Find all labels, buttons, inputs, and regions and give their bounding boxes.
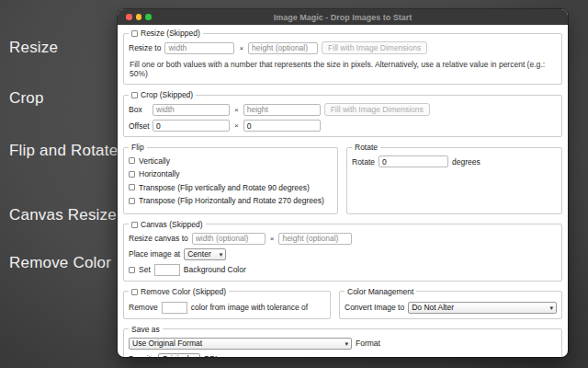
rotate-section: Rotate Rotate degrees [346,143,562,214]
window-content: Resize (Skipped) Resize to × Fill with I… [118,25,568,357]
flip-vertically-label: Vertically [139,156,170,166]
rotate-degrees-input[interactable] [379,155,448,167]
convert-image-to-label: Convert Image to [345,303,404,312]
side-label-remove-color: Remove Color [9,254,111,272]
density-label: Density [129,354,154,357]
remove-tolerance-label: color from image with tolerance of [191,303,309,312]
save-as-legend: Save as [129,325,163,334]
density-unit-label: DPI [204,354,217,357]
color-management-legend-label: Color Management [347,287,413,296]
density-select[interactable]: Original ▾ [158,353,200,358]
rotate-legend-label: Rotate [355,143,378,152]
set-background-checkbox[interactable] [129,267,135,273]
crop-enable-checkbox[interactable] [131,92,138,98]
times-separator: × [269,235,276,243]
save-as-legend-label: Save as [131,325,160,334]
times-separator: × [233,106,240,114]
side-label-flip-and-rotate: Flip and Rotate [9,142,118,160]
flip-section: Flip Vertically Horizontally Transpose (… [123,143,338,214]
crop-box-label: Box [129,105,149,114]
resize-legend-label: Resize (Skipped) [141,29,200,38]
flip-vertically-checkbox[interactable] [129,157,135,164]
save-as-section: Save as Use Original Format ▾ Format Den… [123,325,562,358]
remove-label: Remove [129,303,158,312]
transpose-90-checkbox[interactable] [129,184,135,190]
rotate-label: Rotate [352,157,375,167]
flip-legend-label: Flip [131,143,144,152]
chevron-down-icon: ▾ [194,356,198,358]
density-select-value: Original [162,354,188,357]
crop-offset-x-input[interactable] [153,120,230,132]
crop-legend-label: Crop (Skipped) [141,90,193,99]
side-label-canvas-resize: Canvas Resize [9,206,117,224]
canvas-legend-label: Canvas (Skipped) [141,220,203,229]
resize-enable-checkbox[interactable] [131,30,138,37]
remove-color-enable-checkbox[interactable] [131,289,138,295]
format-label: Format [356,339,380,348]
place-image-select[interactable]: Center ▾ [184,248,226,260]
remove-color-legend-label: Remove Color (Skipped) [141,287,226,296]
set-background-label: Set [139,265,151,274]
app-window: Image Magic - Drop Images to Start Resiz… [118,9,568,357]
close-window-button[interactable] [126,14,132,20]
crop-width-input[interactable] [153,104,230,116]
resize-to-label: Resize to [129,43,161,52]
canvas-height-input[interactable] [278,233,352,245]
place-image-at-label: Place image at [129,249,180,259]
transpose-270-checkbox[interactable] [129,198,135,204]
rotate-legend: Rotate [352,143,380,152]
format-select[interactable]: Use Original Format ▾ [129,338,352,350]
convert-image-to-select-value: Do Not Alter [412,303,454,312]
remove-color-section: Remove Color (Skipped) Remove color from… [123,287,331,319]
rotate-unit-label: degrees [452,157,481,167]
canvas-resize-to-label: Resize canvas to [129,234,188,243]
resize-height-input[interactable] [248,42,318,54]
transpose-270-label: Transpose (Flip Horizontally and Rotate … [139,196,324,205]
resize-width-input[interactable] [164,42,234,54]
title-bar: Image Magic - Drop Images to Start [118,9,568,25]
flip-horizontally-checkbox[interactable] [129,171,135,178]
resize-fill-dimensions-button[interactable]: Fill with Image Dimensions [322,41,427,54]
crop-section: Crop (Skipped) Box × Fill with Image Dim… [123,90,562,137]
resize-section: Resize (Skipped) Resize to × Fill with I… [123,29,562,85]
chevron-down-icon: ▾ [549,305,553,311]
background-color-swatch[interactable] [154,264,180,276]
side-label-resize: Resize [9,39,58,57]
side-label-crop: Crop [9,89,44,108]
crop-fill-dimensions-button[interactable]: Fill with Image Dimensions [324,103,430,116]
canvas-section: Canvas (Skipped) Resize canvas to × Plac… [123,220,562,282]
minimize-window-button[interactable] [136,14,142,20]
crop-legend: Crop (Skipped) [129,90,196,99]
color-management-legend: Color Management [345,287,416,296]
traffic-lights [126,9,152,25]
resize-legend: Resize (Skipped) [129,29,203,38]
transpose-90-label: Transpose (Flip vertically and Rotate 90… [139,183,310,192]
place-image-select-value: Center [187,249,211,259]
times-separator: × [233,121,240,130]
flip-horizontally-label: Horizontally [139,169,179,178]
color-management-section: Color Management Convert Image to Do Not… [339,287,562,319]
convert-image-to-select[interactable]: Do Not Alter ▾ [408,302,557,314]
canvas-width-input[interactable] [192,233,266,245]
chevron-down-icon: ▾ [220,251,223,258]
crop-height-input[interactable] [243,104,321,116]
window-title: Image Magic - Drop Images to Start [274,13,413,22]
remove-color-swatch[interactable] [162,302,187,314]
zoom-window-button[interactable] [145,14,152,20]
resize-hint-text: Fill one or both values with a number th… [130,60,556,78]
canvas-legend: Canvas (Skipped) [129,220,206,229]
remove-color-legend: Remove Color (Skipped) [129,287,229,296]
times-separator: × [238,44,244,52]
crop-offset-y-input[interactable] [243,120,321,132]
canvas-enable-checkbox[interactable] [131,222,138,228]
format-select-value: Use Original Format [132,339,202,348]
crop-offset-label: Offset [129,121,149,131]
flip-legend: Flip [129,143,147,152]
background-color-label: Background Color [184,265,246,274]
chevron-down-icon: ▾ [345,340,348,347]
